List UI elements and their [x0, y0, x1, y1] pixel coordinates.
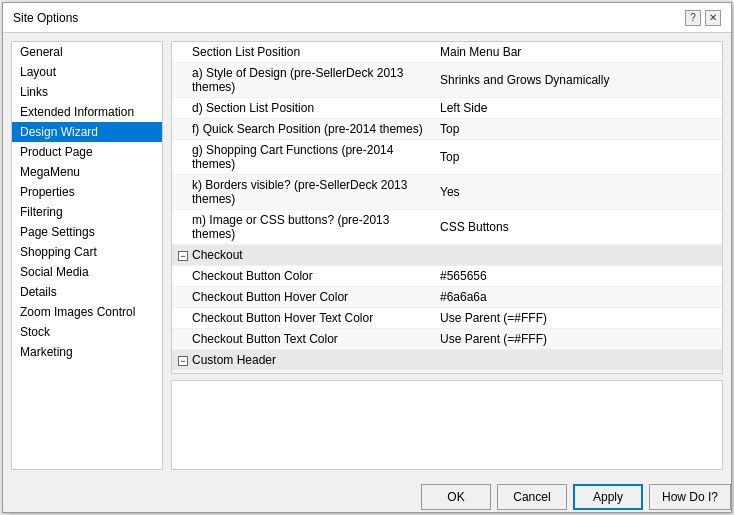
setting-value: Top: [432, 140, 722, 175]
site-options-dialog: Site Options ? ✕ GeneralLayoutLinksExten…: [2, 2, 732, 513]
cancel-button[interactable]: Cancel: [497, 484, 567, 510]
sidebar-item-extended-information[interactable]: Extended Information: [12, 102, 162, 122]
sidebar-item-page-settings[interactable]: Page Settings: [12, 222, 162, 242]
setting-label: Section List Position: [172, 42, 432, 63]
setting-value: Top: [432, 119, 722, 140]
setting-label: Checkout Button Color: [172, 266, 432, 287]
section-header-custom-header: −Custom Header: [172, 350, 722, 371]
setting-label: Header Background Color: [172, 371, 432, 375]
sidebar-item-general[interactable]: General: [12, 42, 162, 62]
section-label: Checkout: [192, 248, 243, 262]
setting-value: CSS Buttons: [432, 210, 722, 245]
setting-label: g) Shopping Cart Functions (pre-2014 the…: [172, 140, 432, 175]
setting-label: Checkout Button Hover Text Color: [172, 308, 432, 329]
setting-value: Use Parent (=#FFF): [432, 371, 722, 375]
ok-button[interactable]: OK: [421, 484, 491, 510]
table-row: d) Section List PositionLeft Side: [172, 98, 722, 119]
close-button[interactable]: ✕: [705, 10, 721, 26]
table-row: Header Background ColorUse Parent (=#FFF…: [172, 371, 722, 375]
section-collapse-icon[interactable]: −: [178, 251, 188, 261]
setting-value: #565656: [432, 266, 722, 287]
apply-button[interactable]: Apply: [573, 484, 643, 510]
sidebar-item-marketing[interactable]: Marketing: [12, 342, 162, 362]
sidebar-item-product-page[interactable]: Product Page: [12, 142, 162, 162]
sidebar-item-megamenu[interactable]: MegaMenu: [12, 162, 162, 182]
table-row: m) Image or CSS buttons? (pre-2013 theme…: [172, 210, 722, 245]
table-row: k) Borders visible? (pre-SellerDeck 2013…: [172, 175, 722, 210]
setting-value: Main Menu Bar: [432, 42, 722, 63]
sidebar: GeneralLayoutLinksExtended InformationDe…: [11, 41, 163, 470]
table-row: f) Quick Search Position (pre-2014 theme…: [172, 119, 722, 140]
table-row: Checkout Button Hover Color#6а6а6а: [172, 287, 722, 308]
sidebar-item-links[interactable]: Links: [12, 82, 162, 102]
sidebar-item-stock[interactable]: Stock: [12, 322, 162, 342]
main-area: Section List PositionMain Menu Bara) Sty…: [171, 41, 723, 470]
table-row: Section List PositionMain Menu Bar: [172, 42, 722, 63]
sidebar-item-shopping-cart[interactable]: Shopping Cart: [12, 242, 162, 262]
setting-value: Left Side: [432, 98, 722, 119]
setting-label: Checkout Button Hover Color: [172, 287, 432, 308]
dialog-title: Site Options: [13, 11, 78, 25]
sidebar-item-zoom-images-control[interactable]: Zoom Images Control: [12, 302, 162, 322]
help-button[interactable]: ?: [685, 10, 701, 26]
sidebar-item-layout[interactable]: Layout: [12, 62, 162, 82]
sidebar-item-social-media[interactable]: Social Media: [12, 262, 162, 282]
setting-value: Shrinks and Grows Dynamically: [432, 63, 722, 98]
settings-panel: Section List PositionMain Menu Bara) Sty…: [171, 41, 723, 374]
title-bar: Site Options ? ✕: [3, 3, 731, 33]
table-row: a) Style of Design (pre-SellerDeck 2013 …: [172, 63, 722, 98]
table-row: Checkout Button Hover Text ColorUse Pare…: [172, 308, 722, 329]
setting-label: Checkout Button Text Color: [172, 329, 432, 350]
section-collapse-icon[interactable]: −: [178, 356, 188, 366]
section-header-checkout: −Checkout: [172, 245, 722, 266]
table-row: Checkout Button Color#565656: [172, 266, 722, 287]
setting-label: m) Image or CSS buttons? (pre-2013 theme…: [172, 210, 432, 245]
sidebar-item-design-wizard[interactable]: Design Wizard: [12, 122, 162, 142]
section-label: Custom Header: [192, 353, 276, 367]
button-row: OK Cancel Apply How Do I?: [3, 478, 731, 512]
sidebar-item-details[interactable]: Details: [12, 282, 162, 302]
title-controls: ? ✕: [685, 10, 721, 26]
how-do-i-button[interactable]: How Do I?: [649, 484, 731, 510]
sidebar-item-properties[interactable]: Properties: [12, 182, 162, 202]
setting-value: Use Parent (=#FFF): [432, 329, 722, 350]
table-row: g) Shopping Cart Functions (pre-2014 the…: [172, 140, 722, 175]
setting-label: k) Borders visible? (pre-SellerDeck 2013…: [172, 175, 432, 210]
dialog-body: GeneralLayoutLinksExtended InformationDe…: [3, 33, 731, 478]
settings-table: Section List PositionMain Menu Bara) Sty…: [172, 42, 722, 374]
detail-panel: [171, 380, 723, 470]
setting-value: Yes: [432, 175, 722, 210]
sidebar-item-filtering[interactable]: Filtering: [12, 202, 162, 222]
setting-value: #6а6а6а: [432, 287, 722, 308]
setting-value: Use Parent (=#FFF): [432, 308, 722, 329]
setting-label: a) Style of Design (pre-SellerDeck 2013 …: [172, 63, 432, 98]
table-row: Checkout Button Text ColorUse Parent (=#…: [172, 329, 722, 350]
setting-label: d) Section List Position: [172, 98, 432, 119]
setting-label: f) Quick Search Position (pre-2014 theme…: [172, 119, 432, 140]
